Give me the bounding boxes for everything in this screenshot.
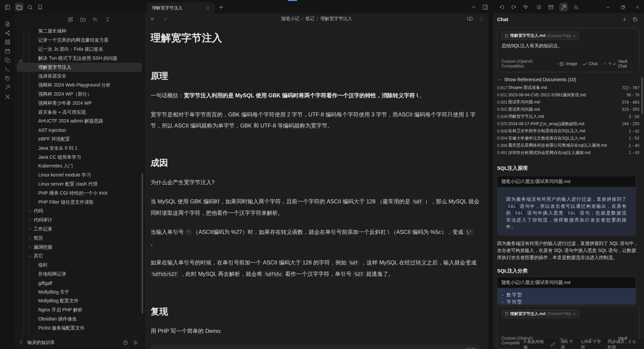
sync-history-button[interactable] — [3, 74, 12, 83]
sync-status[interactable]: 同步成功：2 小时前 — [608, 339, 640, 349]
tree-item[interactable]: 记一次 Js 逆向：Fofa 接口签名 — [17, 45, 142, 54]
tree-item[interactable]: MollyBlog 配置文件 — [17, 297, 142, 306]
quote-source[interactable]: 随笔小记/八股文/面试常问问题.md — [497, 277, 636, 288]
tree-item[interactable]: 简历 — [17, 234, 142, 243]
files-tab-button[interactable] — [15, 3, 23, 11]
tree-item[interactable]: Java 安全从 0 到 1 — [17, 144, 142, 153]
model-selector[interactable]: Custom (OpenAI Compatible) — [501, 59, 559, 68]
referenced-document-row[interactable]: 0.491 深圳市分析测试协会官网存在sql注入漏洞.md 1 - 43 — [497, 149, 639, 157]
file-search-button[interactable] — [3, 19, 12, 28]
tools-button[interactable] — [3, 92, 12, 101]
new-folder-button[interactable] — [79, 15, 87, 23]
window-close-button[interactable] — [632, 3, 642, 11]
backlinks-count[interactable]: 0 条反向链接 — [524, 339, 545, 349]
archive-button[interactable] — [546, 3, 555, 11]
chat-history-button[interactable] — [631, 15, 639, 23]
breadcrumb-item[interactable]: 笔记 — [305, 16, 314, 21]
vault-name[interactable]: 喻灵的知识库 — [28, 340, 119, 346]
tree-item[interactable]: Piclist 服务端配置文件 — [17, 323, 142, 333]
edit-mode-icon[interactable] — [551, 342, 555, 347]
tab-close-button[interactable] — [205, 5, 211, 11]
tab-list-button[interactable] — [469, 3, 478, 11]
tree-item[interactable]: 记录一个完美的内网流量转发方案 — [17, 36, 142, 45]
tree-item[interactable]: 解决 Tun 模式下无法使用 SSH 的问题 — [17, 54, 142, 63]
incoming-links-button[interactable] — [497, 3, 506, 11]
tree-item[interactable]: AST Injection — [17, 126, 142, 135]
tree-item[interactable]: 其它 — [17, 252, 142, 261]
tree-item[interactable]: Nginx 开启 PHP 解析 — [17, 306, 142, 315]
toggle-right-sidebar-button[interactable] — [481, 3, 489, 11]
sidebar-scrollbar[interactable] — [142, 173, 143, 314]
nav-forward-button[interactable] — [161, 15, 169, 23]
terminal-button[interactable] — [3, 65, 12, 73]
word-count[interactable]: 385 个词 — [561, 339, 575, 349]
tree-item[interactable]: 理解宽字节注入 — [17, 63, 142, 72]
referenced-document-row[interactable]: 0.591 面试常问问题.md 378 - 483 — [497, 99, 639, 106]
search-tab-button[interactable] — [25, 3, 34, 11]
tree-item[interactable]: 代码 — [17, 207, 142, 216]
bookmarks-tab-button[interactable] — [36, 3, 44, 11]
pane-divider[interactable] — [489, 13, 493, 349]
tree-item[interactable]: 漏洞挖掘 — [17, 243, 142, 252]
tree-item[interactable]: PHP Filter 链任意文件读取 — [17, 198, 142, 207]
rss-button[interactable] — [572, 3, 580, 11]
chat-action-button[interactable]: Chat — [583, 61, 597, 66]
outgoing-links-button[interactable] — [509, 3, 518, 11]
window-restore-button[interactable] — [618, 3, 628, 11]
toggle-left-sidebar-button[interactable] — [3, 3, 12, 11]
tree-item[interactable]: 第二届长城杯 — [17, 27, 142, 36]
daily-note-button[interactable] — [3, 47, 12, 55]
new-tab-button[interactable] — [217, 3, 225, 11]
commands-button[interactable] — [3, 83, 12, 92]
more-options-button[interactable] — [477, 15, 485, 23]
breadcrumb-item[interactable]: 随笔小记 — [281, 16, 299, 21]
tree-item[interactable]: Obsidian 插件修改 — [17, 315, 142, 324]
char-count[interactable]: 1,008 个字符 — [581, 339, 602, 349]
reading-mode-button[interactable] — [466, 15, 474, 23]
nav-back-button[interactable] — [149, 15, 157, 23]
vault-switcher-icon[interactable] — [19, 340, 25, 346]
tree-item[interactable]: 容灾备份 + 高可用实现 — [17, 108, 142, 117]
settings-button[interactable] — [132, 339, 139, 346]
graph-button[interactable] — [3, 29, 12, 37]
tree-item[interactable]: eBPF 环境配置 — [17, 135, 142, 144]
tree-item[interactable]: AHUCTF 2024 admin 解题思路 — [17, 117, 142, 126]
new-note-button[interactable] — [66, 15, 74, 23]
tree-item[interactable]: 代码审计 — [17, 216, 142, 225]
tree-item[interactable]: MollyBlog 关于 — [17, 288, 142, 297]
vault-chat-action-button[interactable]: Vault Chat — [603, 59, 635, 68]
editor-tab[interactable]: 理解宽字节注入 — [147, 2, 215, 13]
tree-item[interactable]: Linux kernel module 学习 — [17, 171, 142, 180]
referenced-document-row[interactable]: 0.582 面试常问问题.md 315 - 393 — [497, 106, 639, 113]
canvas-button[interactable] — [3, 38, 12, 46]
referenced-document-row[interactable]: 0.508 桂林卫生学校学分制系统存在SQL注入.md 1 - 42 — [497, 128, 639, 135]
chat-scrollbar[interactable] — [641, 77, 643, 114]
tree-item[interactable]: PHP 继承 CGI 特性的一个小 trick — [17, 189, 142, 198]
referenced-document-row[interactable]: 0.611 2023-08-04-CVE-2022-32991漏洞复现.md 3… — [497, 92, 639, 99]
chip-remove-button[interactable] — [573, 312, 576, 315]
tree-item[interactable]: giffgaff — [17, 279, 142, 288]
tree-item[interactable]: 异地组网记录 — [17, 270, 142, 279]
tree-item[interactable]: 浅谈容器安全 — [17, 72, 142, 81]
tags-button[interactable] — [521, 3, 530, 11]
new-chat-button[interactable] — [621, 15, 629, 23]
tree-item[interactable]: Java CC 链简单学习 — [17, 153, 142, 162]
tree-item[interactable]: 临时 — [17, 261, 142, 270]
tree-item[interactable]: 强网杯青少年赛 2024 WP — [17, 99, 142, 108]
help-button[interactable] — [122, 339, 129, 346]
quote-source[interactable]: 随笔小记/八股文/面试常问问题.md — [497, 176, 636, 187]
context-file-chip[interactable]: 理解宽字节注入.md (Current File) — [501, 310, 579, 318]
show-referenced-documents-toggle[interactable]: Show Referenced Documents (10) — [497, 77, 639, 82]
tree-item[interactable]: 工作记录 — [17, 225, 142, 234]
referenced-document-row[interactable]: 0.539 理解宽字节注入.md 3 - 50 — [497, 113, 639, 120]
tree-item[interactable]: Linux server 配置 clash 代理 — [17, 180, 142, 189]
chip-remove-button[interactable] — [573, 34, 576, 38]
referenced-document-row[interactable]: 0.520 2024-08-17-PHP之in_array()函数缺陷.md 1… — [497, 120, 639, 128]
image-action-button[interactable]: Image — [559, 61, 577, 66]
breadcrumb-item[interactable]: 理解宽字节注入 — [320, 16, 352, 21]
referenced-document-row[interactable]: 0.504 安徽大学徽学论文数据库存在SQL注入.md 1 - 52 — [497, 135, 639, 142]
sort-order-button[interactable] — [91, 15, 99, 23]
templates-button[interactable] — [3, 56, 12, 64]
referenced-document-row[interactable]: 0.498 重庆思乐星网络科技有限公司商城存在sql注入漏洞.md 1 - 40 — [497, 142, 639, 149]
wand-button[interactable] — [559, 3, 568, 11]
